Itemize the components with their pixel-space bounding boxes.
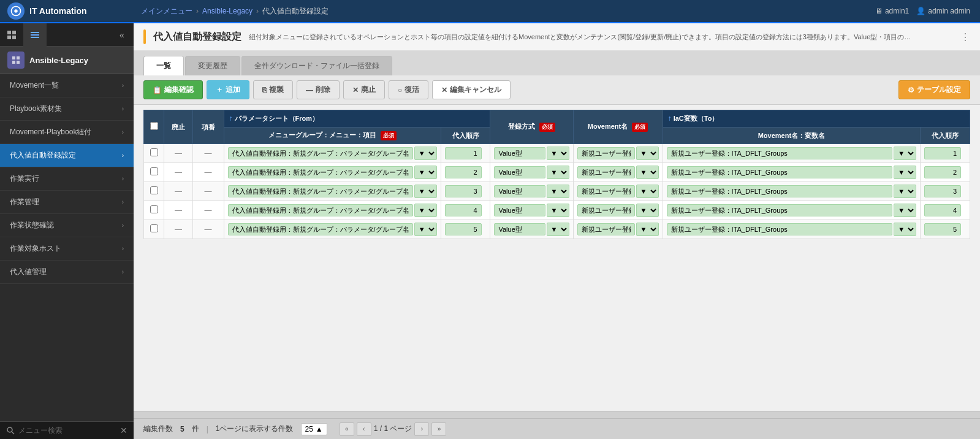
row-checkbox[interactable]	[150, 186, 158, 194]
restore-button[interactable]: ○ 復活	[389, 80, 428, 99]
menu-input[interactable]	[228, 147, 413, 159]
menu-input[interactable]	[228, 223, 413, 235]
regtype-input[interactable]	[494, 166, 545, 178]
movement-dropdown[interactable]: ▼	[636, 204, 659, 217]
delete-button[interactable]: — 削除	[297, 80, 340, 99]
varname-input[interactable]	[667, 166, 893, 178]
varname-dropdown[interactable]: ▼	[894, 147, 916, 160]
order-from-input[interactable]	[445, 166, 482, 178]
varorder-input[interactable]	[924, 166, 961, 178]
footer: 編集件数 5 件 | 1ページに表示する件数 25 ▲ « ‹ 1 / 1 ペー…	[134, 418, 980, 439]
order-from-input[interactable]	[445, 185, 482, 197]
varorder-input[interactable]	[924, 185, 961, 197]
breadcrumb-item-2[interactable]: Ansible-Legacy	[202, 7, 253, 15]
tab-list[interactable]: 一覧	[143, 56, 184, 75]
sidebar-grid-icon[interactable]	[0, 23, 23, 47]
varname-input[interactable]	[667, 147, 893, 159]
sidebar-item-substitution-mgmt[interactable]: 代入値管理 ›	[0, 261, 134, 284]
prev-page-button[interactable]: ‹	[357, 422, 371, 436]
order-from-input[interactable]	[445, 223, 482, 235]
movement-input[interactable]	[577, 147, 635, 159]
sidebar-item-substitution-mgmt-label: 代入値管理	[10, 267, 47, 277]
sidebar-search-input[interactable]	[18, 426, 116, 435]
next-page-button[interactable]: ›	[414, 422, 429, 436]
regtype-input[interactable]	[494, 185, 545, 197]
sidebar-search: ✕	[0, 421, 134, 439]
first-page-button[interactable]: «	[340, 422, 354, 436]
varorder-input[interactable]	[924, 204, 961, 216]
row-regtype-cell: ▼	[490, 220, 573, 239]
menu-dropdown[interactable]: ▼	[414, 185, 437, 198]
varorder-input[interactable]	[924, 223, 961, 235]
varorder-input[interactable]	[924, 147, 961, 159]
discard-button[interactable]: ✕ 廃止	[343, 80, 385, 99]
menu-dropdown[interactable]: ▼	[414, 147, 437, 160]
table-settings-button[interactable]: ⚙ テーブル設定	[898, 80, 970, 99]
tab-history[interactable]: 変更履歴	[185, 56, 240, 75]
more-icon[interactable]: ⋮	[960, 31, 970, 43]
menu-input[interactable]	[228, 204, 413, 216]
per-page-select[interactable]: 25 ▲	[301, 423, 327, 435]
row-checkbox[interactable]	[150, 224, 158, 232]
sidebar-item-playbook[interactable]: Playbook素材集 ›	[0, 97, 134, 121]
user-monitor[interactable]: 🖥 admin1	[875, 7, 909, 15]
sidebar-list-icon[interactable]	[23, 23, 47, 47]
search-clear-icon[interactable]: ✕	[120, 426, 127, 435]
row-checkbox[interactable]	[150, 205, 158, 213]
varname-input[interactable]	[667, 204, 893, 216]
select-all-checkbox[interactable]	[150, 122, 158, 130]
horizontal-scrollbar[interactable]	[134, 411, 980, 418]
sidebar-item-playbook-link[interactable]: Movement-Playbook紐付 ›	[0, 121, 134, 144]
varname-dropdown[interactable]: ▼	[894, 204, 916, 217]
sidebar-item-execution[interactable]: 作業実行 ›	[0, 167, 134, 191]
regtype-input[interactable]	[494, 147, 545, 159]
row-checkbox[interactable]	[150, 167, 158, 175]
varname-input[interactable]	[667, 185, 893, 197]
last-page-button[interactable]: »	[431, 422, 446, 436]
menu-dropdown[interactable]: ▼	[414, 223, 437, 236]
movement-input[interactable]	[577, 204, 635, 216]
menu-dropdown[interactable]: ▼	[414, 204, 437, 217]
movement-dropdown[interactable]: ▼	[636, 147, 659, 160]
user-profile[interactable]: 👤 admin admin	[916, 7, 970, 15]
menu-input[interactable]	[228, 185, 413, 197]
tab-download[interactable]: 全件ダウンロード・ファイル一括登録	[241, 56, 392, 75]
regtype-dropdown[interactable]: ▼	[547, 166, 569, 179]
menu-dropdown[interactable]: ▼	[414, 166, 437, 179]
breadcrumb-item-1[interactable]: メインメニュー	[141, 6, 192, 17]
varname-dropdown[interactable]: ▼	[894, 185, 916, 198]
varname-dropdown[interactable]: ▼	[894, 166, 916, 179]
cancel-button[interactable]: ✕ 編集キャンセル	[432, 80, 511, 99]
regtype-dropdown[interactable]: ▼	[547, 185, 569, 198]
menu-input[interactable]	[228, 166, 413, 178]
regtype-input[interactable]	[494, 223, 545, 235]
regtype-dropdown[interactable]: ▼	[547, 147, 569, 160]
movement-input[interactable]	[577, 166, 635, 178]
varname-dropdown[interactable]: ▼	[894, 223, 916, 236]
module-icon	[7, 52, 25, 69]
movement-dropdown[interactable]: ▼	[636, 223, 659, 236]
sidebar-item-status[interactable]: 作業状態確認 ›	[0, 214, 134, 237]
regtype-input[interactable]	[494, 204, 545, 216]
sidebar-item-management[interactable]: 作業管理 ›	[0, 191, 134, 214]
order-from-input[interactable]	[445, 204, 482, 216]
row-order-from-cell	[441, 182, 490, 201]
add-button[interactable]: ＋ 追加	[207, 80, 249, 99]
edit-confirm-button[interactable]: 📋 編集確認	[143, 80, 203, 99]
order-from-input[interactable]	[445, 147, 482, 159]
sidebar-collapse-icon[interactable]: «	[110, 23, 134, 47]
movement-dropdown[interactable]: ▼	[636, 185, 659, 198]
movement-dropdown[interactable]: ▼	[636, 166, 659, 179]
copy-button[interactable]: ⎘ 複製	[253, 80, 293, 99]
row-seq-cell: —	[192, 144, 224, 163]
movement-input[interactable]	[577, 185, 635, 197]
row-checkbox[interactable]	[150, 148, 158, 156]
movement-input[interactable]	[577, 223, 635, 235]
sidebar-item-substitution[interactable]: 代入値自動登録設定 ›	[0, 144, 134, 167]
varname-input[interactable]	[667, 223, 893, 235]
sidebar-item-hosts[interactable]: 作業対象ホスト ›	[0, 237, 134, 261]
sidebar-item-movement[interactable]: Movement一覧 ›	[0, 74, 134, 97]
restore-icon: ○	[398, 86, 402, 94]
regtype-dropdown[interactable]: ▼	[547, 204, 569, 217]
regtype-dropdown[interactable]: ▼	[547, 223, 569, 236]
